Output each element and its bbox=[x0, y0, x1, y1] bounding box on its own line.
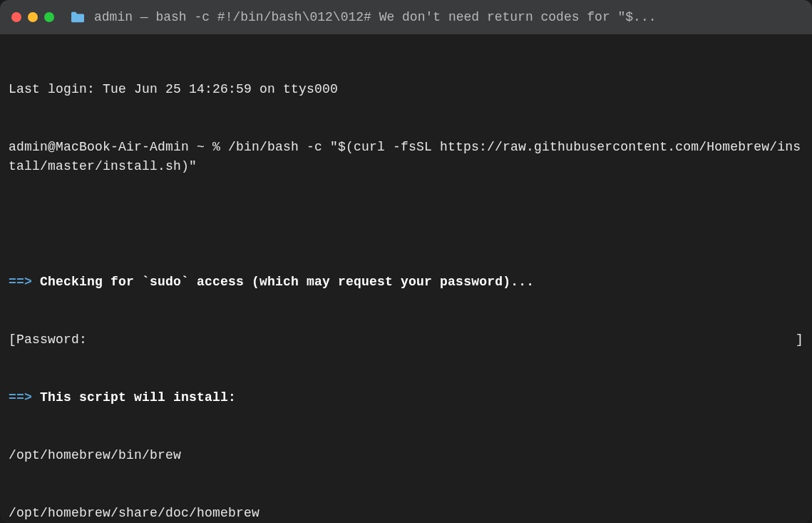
folder-icon bbox=[70, 11, 86, 24]
install-header-text: This script will install: bbox=[40, 390, 236, 405]
blank-line bbox=[9, 215, 803, 234]
password-line: [Password:] bbox=[9, 330, 803, 350]
window-title: admin — bash -c #!/bin/bash\012\012# We … bbox=[94, 8, 801, 27]
install-path: /opt/homebrew/share/doc/homebrew bbox=[9, 504, 803, 523]
maximize-button[interactable] bbox=[44, 12, 54, 22]
arrow-icon: ==> bbox=[9, 390, 32, 405]
minimize-button[interactable] bbox=[28, 12, 38, 22]
password-bracket-open: [ bbox=[9, 332, 16, 347]
password-label: Password: bbox=[16, 332, 87, 347]
sudo-check-line: ==> Checking for `sudo` access (which ma… bbox=[9, 273, 803, 292]
install-path: /opt/homebrew/bin/brew bbox=[9, 446, 803, 465]
password-bracket-close: ] bbox=[796, 330, 803, 350]
traffic-lights bbox=[11, 12, 54, 22]
login-line: Last login: Tue Jun 25 14:26:59 on ttys0… bbox=[9, 80, 803, 99]
titlebar: admin — bash -c #!/bin/bash\012\012# We … bbox=[0, 0, 812, 34]
arrow-icon: ==> bbox=[9, 275, 32, 289]
prompt-line: admin@MacBook-Air-Admin ~ % /bin/bash -c… bbox=[9, 138, 803, 176]
terminal-window: admin — bash -c #!/bin/bash\012\012# We … bbox=[0, 0, 812, 523]
install-header-line: ==> This script will install: bbox=[9, 388, 803, 407]
terminal-output[interactable]: Last login: Tue Jun 25 14:26:59 on ttys0… bbox=[0, 34, 812, 523]
sudo-check-text: Checking for `sudo` access (which may re… bbox=[40, 275, 534, 289]
close-button[interactable] bbox=[11, 12, 21, 22]
